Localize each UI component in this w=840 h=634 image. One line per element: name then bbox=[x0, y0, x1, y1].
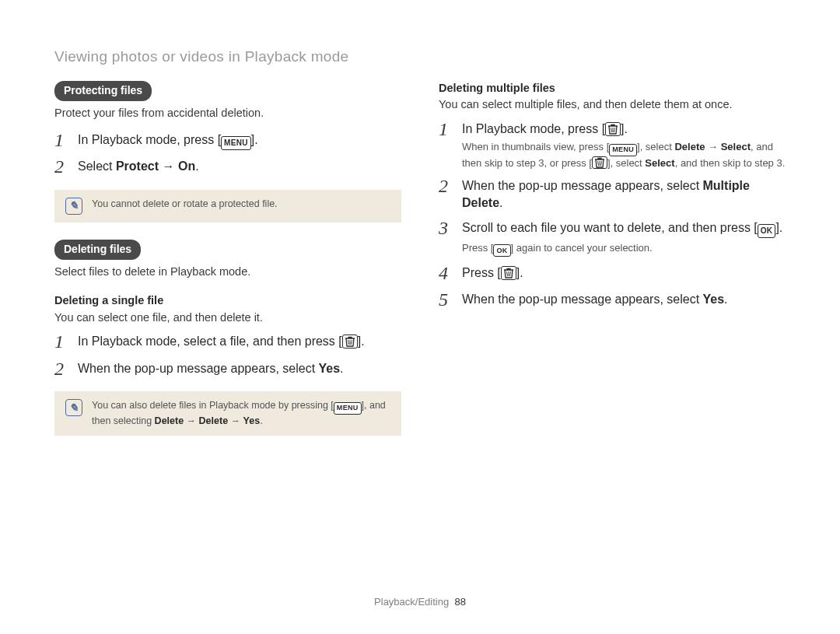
step-subtext: When in thumbnails view, press [MENU], s… bbox=[462, 140, 786, 170]
step-row: 2When the pop-up message appears, select… bbox=[439, 176, 786, 211]
step-row: 2Select Protect → On. bbox=[54, 156, 401, 177]
step-row: 3Scroll to each file you want to delete,… bbox=[439, 218, 786, 257]
step-number: 1 bbox=[439, 119, 451, 139]
trash-icon bbox=[592, 156, 607, 169]
deleting-files-pill: Deleting files bbox=[54, 240, 141, 260]
document-page: Viewing photos or videos in Playback mod… bbox=[0, 0, 840, 634]
delete-single-steps: 1In Playback mode, select a file, and th… bbox=[54, 331, 401, 379]
step-body: Select Protect → On. bbox=[78, 156, 199, 175]
protecting-files-desc: Protect your files from accidental delet… bbox=[54, 106, 401, 121]
step-body: Scroll to each file you want to delete, … bbox=[462, 218, 782, 257]
menu-icon: MENU bbox=[609, 144, 637, 156]
note-icon: ✎ bbox=[65, 399, 82, 416]
page-footer: Playback/Editing 88 bbox=[0, 595, 840, 609]
deleting-files-desc: Select files to delete in Playback mode. bbox=[54, 264, 401, 280]
right-column: Deleting multiple files You can select m… bbox=[439, 81, 786, 436]
delete-single-note: ✎ You can also delete files in Playback … bbox=[54, 391, 401, 435]
step-body: Press []. bbox=[462, 263, 523, 282]
step-number: 4 bbox=[439, 263, 451, 283]
step-body: When the pop-up message appears, select … bbox=[462, 289, 728, 308]
note-icon: ✎ bbox=[65, 198, 82, 215]
ok-icon: OK bbox=[493, 244, 510, 257]
ok-icon: OK bbox=[758, 224, 776, 238]
protect-steps: 1In Playback mode, press [MENU].2Select … bbox=[54, 130, 401, 177]
note-text: You can also delete files in Playback mo… bbox=[92, 399, 390, 427]
menu-icon: MENU bbox=[221, 136, 251, 150]
step-subtext: Press [OK] again to cancel your selectio… bbox=[462, 241, 782, 257]
step-body: When the pop-up message appears, select … bbox=[462, 176, 786, 211]
step-number: 5 bbox=[439, 289, 451, 310]
deleting-single-heading: Deleting a single file bbox=[54, 293, 401, 309]
step-number: 2 bbox=[439, 176, 451, 196]
protect-note: ✎ You cannot delete or rotate a protecte… bbox=[54, 190, 401, 222]
protecting-files-pill: Protecting files bbox=[54, 81, 152, 101]
deleting-multiple-heading: Deleting multiple files bbox=[439, 81, 786, 96]
step-body: When the pop-up message appears, select … bbox=[78, 359, 344, 377]
deleting-multiple-desc: You can select multiple files, and then … bbox=[439, 97, 786, 113]
page-title: Viewing photos or videos in Playback mod… bbox=[54, 47, 786, 67]
step-number: 1 bbox=[54, 130, 67, 150]
step-row: 1In Playback mode, select a file, and th… bbox=[54, 331, 401, 352]
left-column: Protecting files Protect your files from… bbox=[54, 81, 401, 436]
step-number: 2 bbox=[54, 156, 67, 177]
step-number: 3 bbox=[439, 218, 451, 238]
deleting-single-desc: You can select one file, and then delete… bbox=[54, 310, 401, 326]
step-body: In Playback mode, select a file, and the… bbox=[78, 331, 365, 350]
step-row: 1In Playback mode, press [].When in thum… bbox=[439, 119, 786, 170]
trash-icon bbox=[605, 122, 621, 136]
step-row: 4Press []. bbox=[439, 263, 786, 283]
note-text: You cannot delete or rotate a protected … bbox=[92, 198, 278, 211]
step-number: 2 bbox=[54, 359, 67, 379]
trash-icon bbox=[342, 335, 358, 349]
step-body: In Playback mode, press [MENU]. bbox=[78, 130, 258, 150]
content-columns: Protecting files Protect your files from… bbox=[54, 81, 786, 436]
menu-icon: MENU bbox=[334, 402, 362, 415]
step-row: 2When the pop-up message appears, select… bbox=[54, 359, 401, 379]
step-body: In Playback mode, press [].When in thumb… bbox=[462, 119, 786, 170]
footer-page-number: 88 bbox=[454, 596, 465, 608]
footer-section: Playback/Editing bbox=[374, 596, 449, 608]
trash-icon bbox=[501, 266, 516, 280]
step-row: 1In Playback mode, press [MENU]. bbox=[54, 130, 401, 150]
delete-multi-steps: 1In Playback mode, press [].When in thum… bbox=[439, 119, 786, 310]
step-row: 5When the pop-up message appears, select… bbox=[439, 289, 786, 310]
step-number: 1 bbox=[54, 331, 67, 352]
